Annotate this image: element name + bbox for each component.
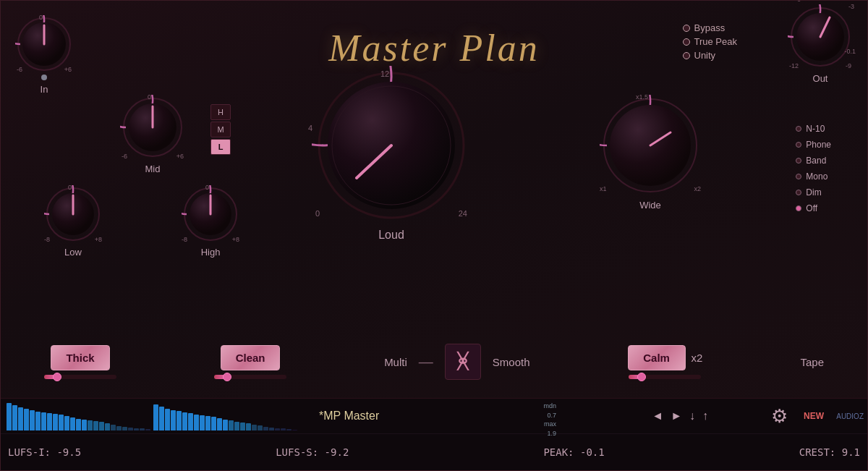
new-badge[interactable]: NEW (804, 411, 824, 421)
low-knob-label: Low (64, 247, 82, 258)
clean-slider[interactable] (214, 375, 286, 379)
loud-4: 4 (308, 124, 312, 132)
out-scale-neg6: -6 (795, 0, 801, 3)
in-zero-label: 0 (39, 14, 43, 21)
phone-dot (796, 142, 801, 148)
crest: CREST: 9.1 (799, 446, 860, 458)
loud-knob-svg[interactable] (312, 66, 471, 225)
loud-12: 12 (380, 69, 389, 78)
prev-button[interactable]: ◄ (652, 410, 663, 423)
out-knob-label: Out (813, 73, 828, 84)
out-scale-neg9: -9 (846, 62, 851, 69)
dim-dot (796, 190, 801, 195)
multi-label: Multi (384, 356, 407, 368)
bypass-option[interactable]: Bypass (683, 22, 738, 33)
mid-zero: 0 (148, 93, 151, 101)
mid-knob-container: 0 -6 +6 Mid (120, 95, 185, 174)
mdn-value: 0.7 (543, 411, 556, 420)
loud-0: 0 (315, 209, 320, 218)
low-min: -8 (44, 236, 50, 243)
lufs-s: LUFS-S: -9.2 (276, 446, 349, 458)
logo-symbol: ᚸ (456, 350, 469, 373)
in-min-label: -6 (17, 66, 22, 73)
bottom-controls: Thick Clean Multi — ᚸ Smooth (1, 344, 867, 380)
dim-option[interactable]: Dim (796, 187, 831, 198)
max-label: max (543, 420, 556, 429)
low-knob-svg[interactable] (44, 185, 102, 243)
mid-max: +6 (176, 153, 184, 160)
out-knob-svg[interactable] (788, 4, 853, 69)
loud-24: 24 (459, 209, 467, 218)
hml-l-button[interactable]: L (210, 139, 231, 155)
meter-section: mdn 0.7 max 1.9 *MP Master ◄ ► ↓ ↑ ⚙ NEW… (1, 398, 867, 470)
meter-bars-ch2 (153, 402, 297, 430)
unity-option[interactable]: Unity (683, 50, 738, 61)
calm-button[interactable]: Calm (628, 345, 686, 370)
calm-slider-handle[interactable] (637, 373, 646, 381)
wide-x2: x2 (694, 185, 701, 192)
meter-stats-row: LUFS-I: -9.5 LUFS-S: -9.2 PEAK: -0.1 CRE… (1, 433, 867, 470)
tape-label: Tape (800, 356, 824, 368)
save-button[interactable]: ↑ (702, 410, 708, 423)
high-min: -8 (182, 236, 187, 243)
preset-name: *MP Master (319, 410, 379, 423)
hml-m-button[interactable]: M (210, 122, 231, 137)
next-button[interactable]: ► (671, 410, 682, 423)
mid-knob-svg[interactable] (120, 95, 185, 160)
mdn-label: mdn (543, 402, 556, 411)
out-scale-neg12: -12 (789, 62, 799, 69)
mono-option[interactable]: Mono (796, 171, 831, 182)
band-dot (796, 158, 801, 164)
in-max-label: +6 (64, 66, 72, 73)
thick-button[interactable]: Thick (51, 345, 109, 370)
top-options: Bypass True Peak Unity (683, 22, 738, 61)
in-knob-label: In (41, 84, 48, 95)
wide-knob-svg[interactable] (600, 95, 701, 196)
n10-option[interactable]: N-10 (796, 124, 831, 134)
high-knob-svg[interactable] (182, 185, 239, 243)
meter-stats-box: mdn 0.7 max 1.9 (543, 402, 556, 438)
thick-slider[interactable] (44, 375, 116, 379)
in-knob-svg[interactable] (15, 15, 73, 73)
out-knob-container: -6 -3 -0.1 -12 -9 Out (788, 4, 853, 84)
mid-min: -6 (122, 153, 127, 160)
gear-icon[interactable]: ⚙ (771, 405, 788, 428)
high-knob-label: High (201, 247, 221, 258)
x2-label: x2 (692, 352, 703, 364)
mid-knob-label: Mid (145, 164, 161, 174)
wide-knob-container: x1.5 x1 x2 Wide (600, 95, 701, 211)
true-peak-option[interactable]: True Peak (683, 36, 738, 47)
wide-x1: x1 (600, 185, 607, 192)
peak: PEAK: -0.1 (543, 446, 604, 458)
clean-button[interactable]: Clean (221, 345, 281, 370)
low-zero: 0 (68, 184, 72, 191)
hml-h-button[interactable]: H (210, 104, 231, 120)
off-option[interactable]: Off (796, 203, 831, 213)
multi-divider: — (419, 354, 433, 370)
high-knob-container: 0 -8 +8 High (182, 185, 239, 258)
clean-slider-handle[interactable] (223, 373, 231, 381)
hml-container: H M L (210, 104, 231, 155)
right-options-panel: N-10 Phone Band Mono Dim Off (796, 124, 831, 213)
out-scale-neg01: -0.1 (844, 48, 856, 55)
meter-nav: ◄ ► ↓ ↑ (652, 410, 708, 423)
phone-option[interactable]: Phone (796, 140, 831, 150)
high-zero: 0 (205, 184, 209, 191)
smooth-label: Smooth (493, 356, 530, 368)
high-max: +8 (232, 236, 239, 243)
thick-slider-handle[interactable] (53, 373, 61, 381)
audioz-badge: AUDIOZ (836, 412, 864, 420)
plugin-title: Master Plan (328, 27, 540, 69)
calm-slider[interactable] (629, 375, 701, 379)
wide-x15: x1.5 (636, 93, 648, 101)
band-option[interactable]: Band (796, 156, 831, 166)
center-logo: ᚸ (445, 344, 481, 380)
mono-dot (796, 174, 801, 179)
in-knob-container: 0 -6 +6 In (15, 15, 73, 95)
n10-dot (796, 126, 801, 132)
down-button[interactable]: ↓ (689, 410, 695, 423)
low-knob-container: 0 -8 +8 Low (44, 185, 102, 258)
lufs-i: LUFS-I: -9.5 (8, 446, 81, 458)
max-value: 1.9 (543, 429, 556, 438)
low-max: +8 (95, 236, 102, 243)
